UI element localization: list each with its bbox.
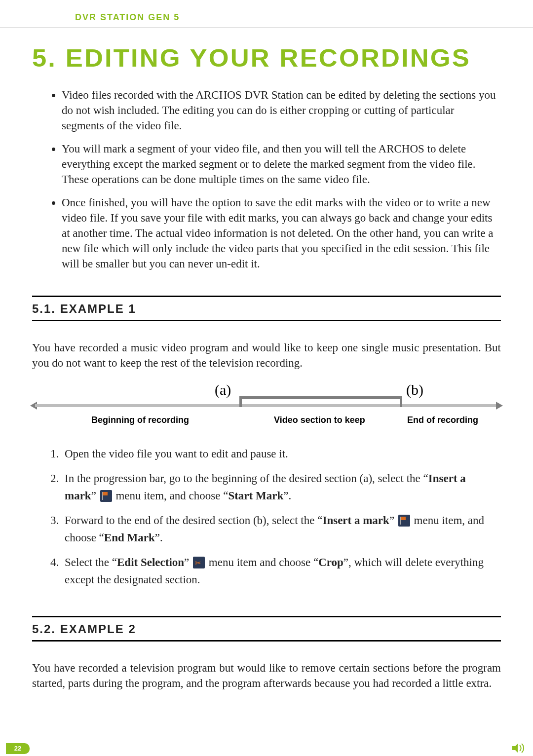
scissors-icon <box>193 557 205 568</box>
step-text: ”. <box>155 531 163 544</box>
section-heading-5-1: 5.1. EXAMPLE 1 <box>32 296 501 321</box>
timeline-diagram: (a) (b) Beginning of recording Video sec… <box>32 384 501 429</box>
ui-label-end-mark: End Mark <box>104 531 155 544</box>
ui-label-insert-mark: Insert a mark <box>322 514 389 527</box>
timeline-caption-keep: Video section to keep <box>274 415 365 425</box>
ui-label-crop: Crop <box>318 556 343 568</box>
bullet-item: Once finished, you will have the option … <box>62 195 501 271</box>
marker-b-label: (b) <box>406 381 423 398</box>
step-text: Forward to the end of the desired sectio… <box>65 514 322 527</box>
timeline-selection <box>239 396 402 407</box>
example1-steps: Open the video file you want to edit and… <box>32 446 501 589</box>
step-item: Open the video file you want to edit and… <box>62 446 501 463</box>
bullet-item: Video files recorded with the ARCHOS DVR… <box>62 87 501 133</box>
step-text: Select the “ <box>65 556 117 568</box>
flag-icon <box>398 515 410 527</box>
step-item: Forward to the end of the desired sectio… <box>62 512 501 546</box>
flag-icon <box>100 490 112 502</box>
marker-a-label: (a) <box>215 381 231 398</box>
step-text: menu item and choose “ <box>206 556 318 568</box>
example2-intro: You have recorded a television program b… <box>32 660 501 691</box>
step-text: ” <box>184 556 192 568</box>
header-divider <box>0 27 533 28</box>
step-text: In the progression bar, go to the beginn… <box>65 472 428 485</box>
example1-intro: You have recorded a music video program … <box>32 340 501 371</box>
sound-wave-icon <box>511 743 526 753</box>
step-item: In the progression bar, go to the beginn… <box>62 470 501 504</box>
step-text: ” <box>91 490 99 502</box>
chapter-title: 5. EDITING YOUR RECORDINGS <box>32 44 525 73</box>
step-text: menu item, and choose “ <box>113 490 228 502</box>
ui-label-start-mark: Start Mark <box>228 490 283 502</box>
step-text: ”. <box>283 490 291 502</box>
timeline-caption-begin: Beginning of recording <box>91 415 189 425</box>
page-number: 22 <box>6 743 30 754</box>
page-footer: 22 <box>0 741 533 756</box>
timeline-caption-end: End of recording <box>407 415 478 425</box>
ui-label-edit-selection: Edit Selection <box>117 556 184 568</box>
bullet-item: You will mark a segment of your video fi… <box>62 141 501 187</box>
product-header: DVR STATION GEN 5 <box>75 12 180 23</box>
step-item: Select the “Edit Selection” menu item an… <box>62 554 501 588</box>
timeline-arrow-right-icon <box>496 402 503 410</box>
step-text: ” <box>389 514 397 527</box>
section-heading-5-2: 5.2. EXAMPLE 2 <box>32 616 501 642</box>
intro-bullets: Video files recorded with the ARCHOS DVR… <box>32 87 501 272</box>
